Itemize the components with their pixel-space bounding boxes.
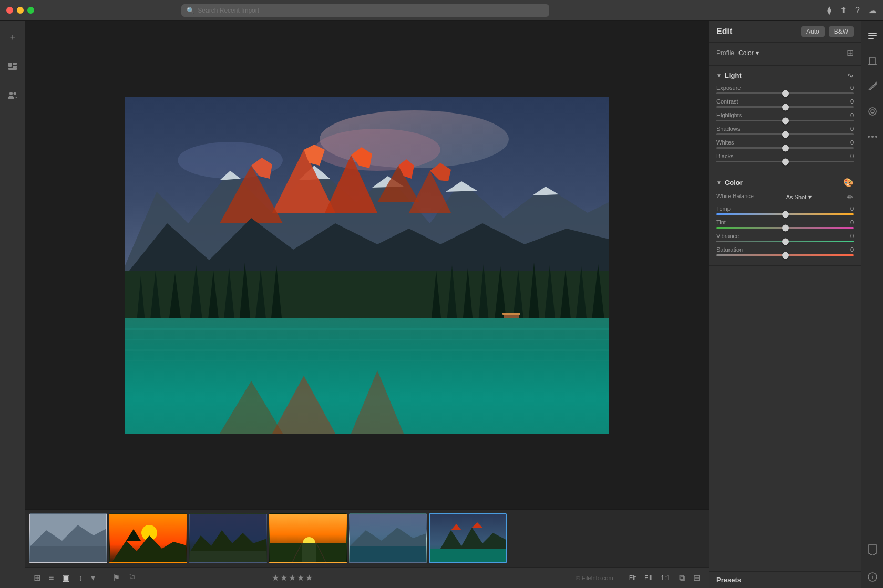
bottom-toolbar: ⊞ ≡ ▣ ↕ ▾ ⚑ ⚐ ★ ★ ★ ★ ★ © FileInfo.com F… [25,567,709,588]
thumbnail-item[interactable] [189,513,267,563]
flag-icon[interactable]: ⚑ [110,572,122,584]
star-5[interactable]: ★ [305,573,313,583]
thumbnail-item[interactable] [109,513,187,563]
shadows-thumb[interactable] [782,131,789,138]
bw-button[interactable]: B&W [829,26,854,37]
separator [104,573,104,583]
star-2[interactable]: ★ [280,573,288,583]
profile-dropdown[interactable]: Color ▾ [738,49,759,57]
svg-rect-51 [125,349,609,351]
titlebar-right: ⧫ ⬆ ? ☁ [827,5,877,15]
minimize-button[interactable] [17,7,24,14]
temp-slider[interactable] [716,213,854,215]
search-bar[interactable]: 🔍 [181,4,549,17]
whites-slider[interactable] [716,147,854,149]
tint-slider[interactable] [716,227,854,229]
contrast-slider[interactable] [716,106,854,108]
search-icon: 🔍 [187,7,194,14]
search-input[interactable] [198,7,544,14]
maximize-button[interactable] [27,7,34,14]
whites-label: Whites [716,139,734,146]
saturation-value: 0 [850,246,854,253]
exposure-slider[interactable] [716,92,854,94]
healing-button[interactable] [864,78,881,95]
thumbnail-item-active[interactable] [429,513,507,563]
info-icon-bottom[interactable] [867,572,878,584]
edit-header: Edit Auto B&W [709,21,861,43]
highlights-slider-row: Highlights 0 [716,112,854,121]
vibrance-thumb[interactable] [782,238,789,245]
fit-button[interactable]: Fit [626,573,639,583]
color-wheel-icon[interactable]: 🎨 [843,178,854,188]
temp-thumb[interactable] [782,211,789,218]
svg-rect-82 [868,33,877,34]
thumbnail-item[interactable] [269,513,347,563]
share-icon[interactable]: ⬆ [840,5,847,15]
profile-label: Profile [716,49,734,57]
whites-thumb[interactable] [782,145,789,151]
help-icon[interactable]: ? [855,6,860,15]
saturation-slider[interactable] [716,254,854,256]
unflag-icon[interactable]: ⚐ [126,572,138,584]
light-section-header[interactable]: ▼ Light ∿ [716,71,854,79]
blacks-thumb[interactable] [782,158,789,165]
highlights-thumb[interactable] [782,117,789,124]
cloud-icon[interactable]: ☁ [868,5,877,15]
tint-thumb[interactable] [782,224,789,231]
vibrance-slider[interactable] [716,241,854,242]
shadows-label: Shadows [716,126,740,132]
people-icon[interactable] [3,86,22,105]
svg-rect-50 [125,339,609,340]
blacks-slider[interactable] [716,161,854,162]
star-rating[interactable]: ★ ★ ★ ★ ★ [272,573,313,583]
fill-button[interactable]: Fill [641,573,655,583]
tag-icon-bottom[interactable] [867,544,878,557]
tint-label: Tint [716,219,726,225]
edit-panel-button[interactable] [864,27,881,44]
exposure-label: Exposure [716,85,741,91]
blacks-slider-row: Blacks 0 [716,153,854,162]
contrast-thumb[interactable] [782,104,789,110]
light-collapse-icon: ▼ [716,73,722,78]
close-button[interactable] [6,7,13,14]
profile-grid-icon[interactable]: ⊞ [847,48,854,58]
eyedropper-icon[interactable]: ✏ [847,193,854,201]
shadows-slider-row: Shadows 0 [716,126,854,135]
side-by-side-icon[interactable]: ⊟ [691,572,702,584]
add-icon[interactable]: ＋ [3,27,22,46]
watermark-text: © FileInfo.com [576,575,613,581]
contrast-slider-row: Contrast 0 [716,98,854,108]
grid-view-button[interactable]: ⊞ [32,572,43,584]
star-3[interactable]: ★ [289,573,296,583]
shadows-slider[interactable] [716,133,854,135]
saturation-thumb[interactable] [782,252,789,259]
filter-icon[interactable]: ⧫ [827,5,831,15]
actual-size-button[interactable]: 1:1 [658,573,673,583]
thumbnail-item[interactable] [29,513,107,563]
star-4[interactable]: ★ [297,573,304,583]
highlights-slider[interactable] [716,120,854,121]
svg-rect-71 [302,543,316,563]
square-view-button[interactable]: ▣ [60,572,72,584]
svg-rect-52 [125,360,609,361]
exposure-thumb[interactable] [782,90,789,97]
masking-button[interactable] [864,103,881,120]
compare-icon[interactable]: ⧉ [677,572,687,584]
svg-rect-2 [13,66,17,68]
light-curve-icon[interactable]: ∿ [847,71,854,79]
library-icon[interactable] [3,57,22,76]
thumbnail-item[interactable] [349,513,427,563]
list-view-button[interactable]: ≡ [47,572,56,584]
sort-dropdown-button[interactable]: ▾ [89,572,97,584]
sort-button[interactable]: ↕ [76,572,85,584]
color-section-header[interactable]: ▼ Color 🎨 [716,178,854,188]
auto-button[interactable]: Auto [801,26,825,37]
crop-button[interactable] [864,53,881,69]
presets-label: Presets [716,576,741,584]
svg-rect-57 [502,313,520,315]
more-button[interactable] [864,128,881,145]
star-1[interactable]: ★ [272,573,279,583]
highlights-value: 0 [850,112,854,118]
svg-rect-60 [30,546,107,563]
white-balance-dropdown[interactable]: As Shot ▾ [786,193,812,201]
